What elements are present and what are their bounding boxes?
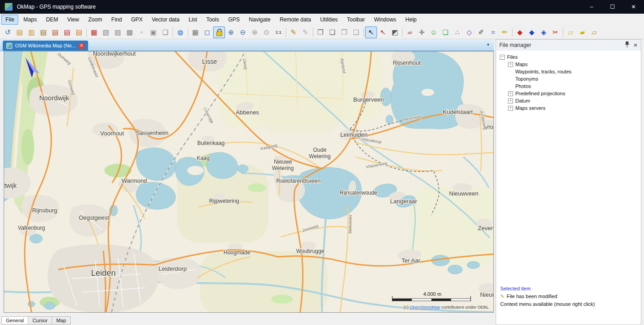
draw-curve-icon[interactable]: ≈ [487, 26, 499, 38]
open-map-icon[interactable]: ▤ [14, 26, 26, 38]
zoom-out-icon[interactable]: ⊖ [237, 26, 249, 38]
measure-distance-icon[interactable]: ▱ [565, 26, 576, 38]
menu-find[interactable]: Find [107, 15, 126, 25]
tree-item-toponyms[interactable]: Toponyms [497, 75, 641, 83]
map-properties-icon[interactable]: ▦ [88, 26, 100, 38]
export-map-icon[interactable]: ▤ [73, 26, 85, 38]
edit-map-icon[interactable]: ▤ [49, 26, 61, 38]
tree-item-predefined-projections[interactable]: +Predefined projections [497, 90, 641, 97]
menu-utilities[interactable]: Utilities [316, 15, 342, 25]
zoom-scale-icon[interactable]: 1:1 [272, 26, 284, 38]
menu-gps[interactable]: GPS [224, 15, 244, 25]
close-window-icon[interactable]: ❐ [338, 26, 350, 38]
pin-icon[interactable] [625, 41, 629, 49]
tab-overflow-icon[interactable]: ▾ [487, 42, 489, 47]
map-town-label: Voorhout [100, 130, 124, 137]
panel-close-icon[interactable]: ✕ [634, 42, 638, 48]
new-window-icon[interactable]: ❏ [350, 26, 362, 38]
menu-maps[interactable]: Maps [19, 15, 41, 25]
expand-icon[interactable]: + [508, 106, 513, 111]
status-tab-map[interactable]: Map [52, 316, 70, 325]
map-town-label: twijk [4, 182, 16, 189]
previous-view-icon[interactable]: ↺ [2, 26, 14, 38]
expand-icon[interactable]: + [508, 98, 513, 103]
edit-objects-disabled-icon[interactable]: ✎ [299, 26, 311, 38]
tree-item-files[interactable]: −Files [497, 53, 641, 61]
open-recent-map-icon[interactable]: ▥ [26, 26, 37, 38]
edit-objects-icon[interactable]: ✎ [288, 26, 299, 38]
save-map-icon[interactable]: ▤ [37, 26, 49, 38]
select-vector-icon[interactable]: ✐ [475, 26, 487, 38]
maximize-button[interactable]: ☐ [602, 0, 623, 14]
file-manager-header: File manager ✕ [496, 40, 641, 51]
map-town-label: Langeraar [390, 198, 418, 205]
lock-zoom-icon[interactable] [213, 26, 225, 38]
menu-vector-data[interactable]: Vector data [148, 15, 184, 25]
osm-attribution-link[interactable]: OpenStreetMap [410, 304, 440, 310]
menu-zoom[interactable]: Zoom [84, 15, 106, 25]
menu-gpx[interactable]: GPX [127, 15, 147, 25]
menu-help[interactable]: Help [401, 15, 421, 25]
cascade-windows-icon[interactable]: ❏ [326, 26, 338, 38]
map-canvas[interactable]: NoordwijkerhoutLisseRijsenhoutNoordwijkB… [4, 51, 494, 313]
menu-navigate[interactable]: Navigate [245, 15, 274, 25]
minimize-button[interactable]: – [581, 0, 602, 14]
collapse-icon[interactable]: − [500, 55, 505, 60]
expand-icon[interactable]: + [508, 91, 513, 96]
tree-item-photos[interactable]: Photos [497, 83, 641, 90]
eraser-icon[interactable]: ▰ [404, 26, 416, 38]
expand-icon[interactable]: + [508, 62, 513, 67]
menu-view[interactable]: View [63, 15, 83, 25]
measure-area-icon[interactable]: ▰ [576, 26, 588, 38]
map-window-icon[interactable]: ❏ [159, 26, 171, 38]
zoom-in-icon[interactable]: ⊕ [225, 26, 237, 38]
map-tab-icon [6, 43, 12, 49]
cursor-waypoint-icon[interactable]: ↖ [377, 26, 389, 38]
add-node-icon[interactable]: ✛ [416, 26, 428, 38]
select-cursor-icon[interactable]: ↖ [365, 26, 377, 38]
add-symbol-icon[interactable]: ☺ [428, 26, 440, 38]
menu-toolbar[interactable]: Toolbar [343, 15, 369, 25]
map-town-label: Burgerveen [353, 96, 384, 103]
map-town-label: Oegstgeest [79, 214, 109, 221]
draw-track-icon[interactable]: ∴ [451, 26, 463, 38]
tree-item-maps-servers[interactable]: +Maps servers [497, 104, 641, 112]
zoom-region-icon[interactable]: ◻ [201, 26, 213, 38]
tree-item-maps[interactable]: +Maps [497, 61, 641, 68]
grid-icon[interactable]: ▦ [189, 26, 201, 38]
close-maps-icon[interactable]: ▩ [124, 26, 136, 38]
zoom-previous-icon[interactable]: ⊕ [249, 26, 261, 38]
select-area-icon[interactable]: ◩ [389, 26, 401, 38]
add-route-point-icon[interactable]: ◆ [526, 26, 538, 38]
tree-item-waypoints-tracks-routes[interactable]: Waypoints, tracks, routes [497, 68, 641, 75]
delete-map-icon[interactable]: ▤ [61, 26, 73, 38]
document-tab-bar: OSM Wikimedia Map (Ne... ✕ ▾ [0, 39, 494, 51]
close-button[interactable]: ✕ [623, 0, 644, 14]
menu-list[interactable]: List [184, 15, 201, 25]
status-tab-cursor[interactable]: Cursor [28, 316, 52, 325]
maps-list-icon[interactable]: ▨ [112, 26, 124, 38]
menu-windows[interactable]: Windows [370, 15, 400, 25]
add-waypoint-icon[interactable]: ◆ [514, 26, 526, 38]
map-preview-icon[interactable]: ▫ [136, 26, 147, 38]
delete-route-icon[interactable]: ◈ [538, 26, 550, 38]
map-zoom-icon[interactable]: ▧ [100, 26, 112, 38]
split-track-icon[interactable]: ✂ [550, 26, 561, 38]
menu-dem[interactable]: DEM [42, 15, 63, 25]
web-maps-icon[interactable]: ◍ [174, 26, 186, 38]
clear-measure-icon[interactable]: ▱ [588, 26, 600, 38]
tree-item-datum[interactable]: +Datum [497, 97, 641, 104]
add-comment-icon[interactable]: ❑ [440, 26, 451, 38]
tab-close-icon[interactable]: ✕ [79, 43, 84, 49]
map-town-label: Noordwijkerhout [93, 52, 136, 57]
menu-tools[interactable]: Tools [202, 15, 223, 25]
menu-file[interactable]: File [1, 15, 18, 25]
draw-freehand-icon[interactable]: ✏ [499, 26, 511, 38]
menu-remote-data[interactable]: Remote data [276, 15, 315, 25]
status-tab-general[interactable]: General [1, 316, 28, 325]
map-document-tab[interactable]: OSM Wikimedia Map (Ne... ✕ [3, 41, 88, 51]
zoom-window-icon[interactable]: ⊙ [261, 26, 272, 38]
maps-grid-icon[interactable]: ▣ [147, 26, 159, 38]
draw-polygon-icon[interactable]: ◇ [463, 26, 475, 38]
tile-windows-icon[interactable]: ❐ [314, 26, 326, 38]
